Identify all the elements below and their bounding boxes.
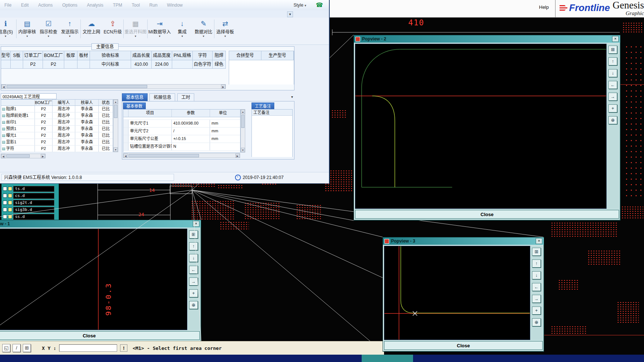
scroll-up-icon[interactable]: ▲ <box>113 100 118 104</box>
style-dropdown[interactable]: Style ▾ <box>293 0 306 11</box>
layer-color-icon[interactable] <box>8 187 12 191</box>
scroll-left-icon[interactable]: ◀ <box>1 154 6 158</box>
process-vscrollbar[interactable]: ▲ ▼ <box>113 99 118 152</box>
toolbar-button-caret-icon[interactable]: ▾ <box>39 35 58 38</box>
layer-color-icon[interactable] <box>8 208 12 212</box>
alert-button[interactable]: ! <box>120 344 127 352</box>
process-row[interactable]: ▤字符 P2 周志冲 李永森 已比 <box>1 146 113 152</box>
scroll-thumb[interactable] <box>129 154 199 157</box>
scroll-thumb[interactable] <box>241 115 245 128</box>
scroll-up-icon[interactable]: ↑ <box>608 57 617 65</box>
layer-color-icon[interactable] <box>8 215 12 219</box>
fit-view-icon[interactable]: ⊞ <box>532 248 541 256</box>
cell-value[interactable]: 中兴标准 <box>90 60 131 69</box>
toolbar-button-caret-icon[interactable]: ▾ <box>172 35 192 38</box>
layer-name[interactable]: cs.d <box>13 193 54 199</box>
fit-view-icon[interactable]: ⊞ <box>608 46 617 54</box>
column-header-merge-model[interactable]: 合拼型号 <box>229 51 261 60</box>
pan-icon[interactable]: ⊕ <box>532 318 541 326</box>
scroll-down-icon[interactable]: ▼ <box>113 147 118 152</box>
popview-1-viewport[interactable]: 98-0.3 <box>0 229 187 330</box>
popview-3-viewport[interactable] <box>384 246 530 340</box>
column-header-production-model[interactable]: 生产型号 <box>261 51 294 60</box>
toolbar-button-caret-icon[interactable]: ▾ <box>193 35 213 38</box>
layer-visibility-icon[interactable] <box>3 187 7 191</box>
layer-row[interactable]: sig2t.d <box>3 199 59 206</box>
zoom-in-icon[interactable]: + <box>608 104 617 112</box>
menu-item[interactable]: Run <box>149 3 158 8</box>
scroll-thumb[interactable] <box>6 154 30 158</box>
grid-icon[interactable]: ⊞ <box>23 344 31 352</box>
cell-value[interactable] <box>77 60 90 69</box>
scroll-track[interactable] <box>6 85 221 89</box>
menu-item[interactable]: Tool <box>132 3 140 8</box>
layer-color-icon[interactable] <box>8 194 12 198</box>
layer-visibility-icon[interactable] <box>3 208 7 212</box>
toolbar-button[interactable]: ✎ 数据对比 ▾ <box>193 19 214 38</box>
layer-name[interactable]: ss.d <box>13 214 54 220</box>
cell-value[interactable]: P2 <box>43 60 64 69</box>
cell-value[interactable]: 224.00 <box>152 60 172 69</box>
toolbar-button-caret-icon[interactable]: ▾ <box>124 35 146 38</box>
layer-name[interactable]: sig2t.d <box>13 200 54 206</box>
process-row[interactable]: ▤丝印1 P2 周志冲 李永森 已比 <box>1 119 113 126</box>
select-corner-icon[interactable]: ◱ <box>2 344 10 352</box>
process-flow-tab[interactable]: 00249AA0] 工艺流程 <box>1 93 57 99</box>
menu-item[interactable]: Actions <box>38 3 53 8</box>
toolbar-button[interactable]: ⇥ MI数据导入 ▾ <box>147 19 171 38</box>
layer-row[interactable]: sig3b.d <box>3 206 59 213</box>
column-header[interactable] <box>1 100 35 105</box>
scroll-down-icon[interactable]: ↓ <box>608 69 617 77</box>
layer-row[interactable]: ts.d <box>3 185 59 192</box>
column-header[interactable]: 项目 <box>129 110 172 117</box>
menu-item[interactable]: Options <box>62 3 77 8</box>
scroll-left-icon[interactable]: ← <box>189 266 198 274</box>
popview-2-close-icon[interactable]: × <box>612 36 619 42</box>
scroll-thumb[interactable] <box>7 85 147 88</box>
toolbar-button[interactable]: ↓ 集成 ▾ <box>171 19 193 38</box>
scroll-left-icon[interactable]: ◀ <box>123 154 128 158</box>
process-row[interactable]: ▤阻焊1 P2 周志冲 李永森 已比 <box>1 106 113 112</box>
menu-item[interactable]: File <box>4 3 11 8</box>
layer-visibility-icon[interactable] <box>3 215 7 219</box>
toolbar-button[interactable]: ⇄ 选择母板 ▾ <box>214 19 236 38</box>
scroll-right-icon[interactable]: → <box>189 277 198 286</box>
param-row[interactable]: 钻槽位置是否不设计铁带 N <box>123 143 240 151</box>
pan-icon[interactable]: ⊕ <box>608 116 617 124</box>
process-row[interactable]: ▤预烘1 P2 周志冲 李永森 已比 <box>1 126 113 132</box>
scroll-right-icon[interactable]: → <box>532 295 541 303</box>
column-header[interactable]: 验收标准 <box>90 51 131 60</box>
scroll-thumb[interactable] <box>114 105 117 118</box>
zoom-in-icon[interactable]: + <box>189 289 198 297</box>
column-header[interactable]: 字符 <box>193 51 212 60</box>
layer-color-icon[interactable] <box>8 201 12 205</box>
toolbar-button[interactable]: ▦ 重选开料图 ▾ <box>123 19 147 38</box>
column-header[interactable]: 状态 <box>99 100 113 105</box>
tab-basic-info[interactable]: 基本信息 <box>122 93 148 101</box>
main-info-hscrollbar[interactable]: ◀ ▶ <box>1 84 226 89</box>
menu-item[interactable]: Analysis <box>87 3 104 8</box>
scroll-left-icon[interactable]: ← <box>608 81 617 89</box>
toolbar-button-caret-icon[interactable]: ▾ <box>60 35 80 38</box>
column-header[interactable]: 参数 <box>172 110 210 117</box>
toolbar-button[interactable]: ☁ 文控上网 <box>80 19 102 38</box>
menu-item[interactable]: Window <box>167 3 183 8</box>
column-header[interactable]: 成品长度 <box>131 51 151 60</box>
tab-process-notes[interactable]: 工艺备注 <box>252 103 274 110</box>
column-header[interactable]: BOM工厂 <box>43 51 64 60</box>
menu-item[interactable]: TPM <box>113 3 122 8</box>
scroll-up-icon[interactable]: ▲ <box>241 110 245 114</box>
cell-value[interactable]: 410.00 <box>131 60 151 69</box>
cell-value[interactable]: P2 <box>23 60 43 69</box>
layer-row[interactable]: ss.d <box>3 213 59 220</box>
toolbar-button-caret-icon[interactable] <box>103 35 123 38</box>
scroll-down-icon[interactable]: ↓ <box>532 271 541 279</box>
param-row[interactable]: 单元板尺寸公差 +/-0.15 mm <box>123 135 240 143</box>
popview-1-close-icon[interactable]: × <box>193 221 199 227</box>
column-header[interactable]: 单位 <box>210 110 236 117</box>
help-menu[interactable]: Help <box>539 4 549 10</box>
layer-visibility-icon[interactable] <box>3 194 7 198</box>
scroll-track[interactable] <box>6 154 41 158</box>
popview-1-close-button[interactable]: Close <box>0 331 200 340</box>
tab-work-hours[interactable]: 工时 <box>177 93 194 101</box>
